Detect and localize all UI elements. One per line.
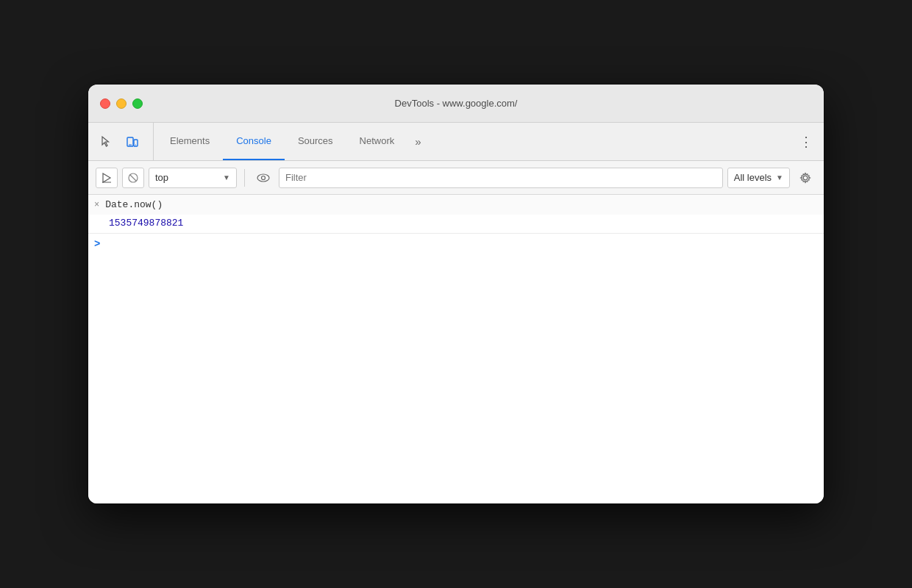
svg-point-8 xyxy=(257,174,269,182)
entry-error-icon: × xyxy=(94,199,99,210)
execute-button[interactable] xyxy=(96,168,118,188)
tab-bar: Elements Console Sources Network » ⋮ xyxy=(88,123,824,161)
devtools-menu-button[interactable]: ⋮ xyxy=(794,130,818,154)
svg-marker-4 xyxy=(103,173,110,182)
tab-bar-end: ⋮ xyxy=(794,123,818,160)
console-toolbar: top ▼ All levels ▼ xyxy=(88,161,824,195)
console-prompt: > xyxy=(94,238,100,250)
settings-button[interactable] xyxy=(794,168,816,188)
device-icon xyxy=(126,135,139,148)
devtools-window: DevTools - www.google.com/ xyxy=(88,85,824,503)
context-dropdown-arrow: ▼ xyxy=(223,173,230,182)
tab-console[interactable]: Console xyxy=(223,123,285,160)
live-expression-button[interactable] xyxy=(252,168,274,188)
log-levels-selector[interactable]: All levels ▼ xyxy=(727,168,790,188)
maximize-button[interactable] xyxy=(132,98,143,109)
window-title: DevTools - www.google.com/ xyxy=(395,98,518,109)
svg-rect-1 xyxy=(134,140,138,146)
svg-line-7 xyxy=(130,174,137,181)
filter-input[interactable] xyxy=(279,168,723,188)
svg-point-10 xyxy=(803,176,808,180)
levels-dropdown-arrow: ▼ xyxy=(776,173,783,182)
tab-network[interactable]: Network xyxy=(346,123,408,160)
clear-console-button[interactable] xyxy=(122,168,144,188)
entry-output-value: 1535749878821 xyxy=(109,218,183,229)
entry-code: Date.now() xyxy=(105,199,163,210)
console-input-row: > xyxy=(88,234,824,254)
context-selector[interactable]: top ▼ xyxy=(149,168,237,188)
tab-bar-icons xyxy=(94,123,154,160)
console-entry: × Date.now() 1535749878821 xyxy=(88,195,824,234)
execute-icon xyxy=(101,173,112,183)
svg-point-9 xyxy=(262,176,266,179)
close-button[interactable] xyxy=(100,98,110,109)
toolbar-divider xyxy=(244,169,245,187)
tab-elements[interactable]: Elements xyxy=(157,123,223,160)
tab-sources[interactable]: Sources xyxy=(285,123,346,160)
console-entry-output-line: 1535749878821 xyxy=(88,215,824,233)
eye-icon xyxy=(257,173,270,183)
tabs-container: Elements Console Sources Network » xyxy=(157,123,794,160)
clear-icon xyxy=(128,173,138,183)
device-mode-button[interactable] xyxy=(121,130,144,154)
console-input[interactable] xyxy=(106,239,818,250)
traffic-lights xyxy=(100,98,143,109)
console-entry-input-line: × Date.now() xyxy=(88,195,824,215)
minimize-button[interactable] xyxy=(116,98,127,109)
cursor-icon xyxy=(99,135,113,148)
console-content: × Date.now() 1535749878821 > xyxy=(88,195,824,503)
gear-icon xyxy=(799,172,811,184)
title-bar: DevTools - www.google.com/ xyxy=(88,85,824,123)
more-tabs-button[interactable]: » xyxy=(407,123,428,160)
inspect-icon-button[interactable] xyxy=(94,130,118,154)
